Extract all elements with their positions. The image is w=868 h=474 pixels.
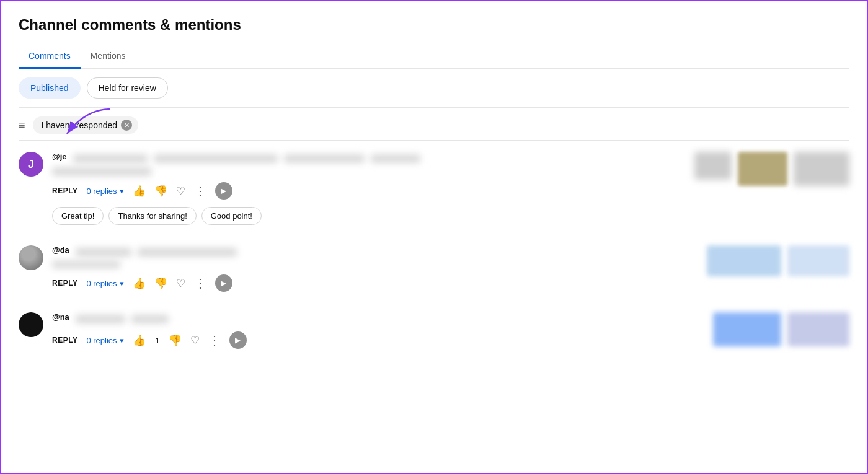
avatar [19, 245, 43, 270]
comment-actions: REPLY 0 replies ▾ 👍 1 👎 ♡ ⋮ ▶ [52, 331, 704, 349]
table-row: @na REPLY 0 replies ▾ 👍 1 👎 ♡ ⋮ [19, 301, 849, 358]
filter-sort-icon[interactable]: ≡ [19, 119, 25, 132]
comment-text-blurred [73, 154, 148, 163]
comment-username: @da [52, 245, 69, 255]
comment-text-blurred-2 [131, 315, 169, 323]
filter-held[interactable]: Held for review [87, 77, 168, 99]
comment-right-media [707, 245, 849, 276]
like-count: 1 [156, 336, 160, 345]
comment-body: @da REPLY 0 replies ▾ 👍 👎 ♡ ⋮ [52, 245, 698, 292]
chevron-down-icon: ▾ [120, 187, 124, 196]
avatar [19, 312, 43, 337]
reply-button[interactable]: REPLY [52, 279, 78, 287]
comment-body: @je REPLY 0 replies ▾ 👍 👎 [52, 152, 686, 225]
thumbs-up-icon[interactable]: 👍 [133, 277, 146, 290]
comment-text-blurred [76, 315, 125, 323]
tab-comments[interactable]: Comments [19, 45, 81, 69]
comment-actions: REPLY 0 replies ▾ 👍 👎 ♡ ⋮ ▶ [52, 182, 686, 200]
comment-actions: REPLY 0 replies ▾ 👍 👎 ♡ ⋮ ▶ [52, 274, 698, 292]
heart-icon[interactable]: ♡ [176, 277, 185, 290]
quick-reply-thanks[interactable]: Thanks for sharing! [108, 207, 196, 225]
thumbs-down-icon[interactable]: 👎 [169, 334, 182, 347]
go-to-video-button[interactable]: ▶ [215, 182, 232, 200]
filter-tag-label: I haven't responded [42, 120, 118, 130]
replies-button[interactable]: 0 replies ▾ [86, 336, 123, 345]
thumbs-down-icon[interactable]: 👎 [154, 185, 167, 198]
comment-blurred-media-3 [794, 152, 849, 186]
comment-username: @na [52, 312, 69, 322]
comment-text-blurred [76, 248, 131, 257]
comment-body: @na REPLY 0 replies ▾ 👍 1 👎 ♡ ⋮ [52, 312, 704, 349]
thumbs-down-icon[interactable]: 👎 [154, 277, 167, 290]
quick-reply-great-tip[interactable]: Great tip! [52, 207, 104, 225]
comment-blurred-media-2 [738, 152, 787, 186]
comment-right-media [713, 312, 849, 346]
play-icon: ▶ [235, 336, 241, 345]
comment-blurred-media-1 [713, 312, 781, 346]
comment-text-blurred-4 [371, 154, 420, 163]
play-icon: ▶ [221, 187, 226, 195]
reply-button[interactable]: REPLY [52, 336, 78, 345]
comment-blurred-media-2 [787, 245, 849, 276]
reply-button[interactable]: REPLY [52, 187, 78, 195]
chevron-down-icon: ▾ [120, 279, 124, 288]
comment-blurred-media-1 [707, 245, 781, 276]
play-icon: ▶ [221, 279, 226, 287]
heart-icon[interactable]: ♡ [176, 185, 185, 198]
avatar: J [19, 152, 43, 177]
comment-blurred-media-2 [787, 312, 849, 346]
go-to-video-button[interactable]: ▶ [229, 331, 247, 349]
quick-reply-good-point[interactable]: Good point! [202, 207, 262, 225]
more-options-icon[interactable]: ⋮ [194, 276, 206, 291]
comment-text-blurred-2 [154, 154, 278, 163]
comment-text-blurred-2 [138, 248, 237, 257]
filter-published[interactable]: Published [19, 77, 81, 99]
replies-button[interactable]: 0 replies ▾ [86, 279, 123, 288]
table-row: @da REPLY 0 replies ▾ 👍 👎 ♡ ⋮ [19, 234, 849, 301]
tabs-row: Comments Mentions [19, 45, 849, 69]
go-to-video-button[interactable]: ▶ [215, 274, 232, 292]
thumbs-up-icon[interactable]: 👍 [133, 185, 146, 198]
heart-icon[interactable]: ♡ [190, 334, 200, 347]
filter-tag-close[interactable]: ✕ [121, 120, 132, 131]
filter-row: Published Held for review [19, 69, 849, 108]
active-filter-tag: I haven't responded ✕ [33, 116, 139, 134]
tab-mentions[interactable]: Mentions [81, 45, 136, 69]
comment-username: @je [52, 152, 67, 161]
comments-list: J @je REPLY 0 replies ▾ [19, 141, 849, 358]
chevron-down-icon: ▾ [120, 336, 124, 345]
comment-blurred-media-1 [694, 152, 732, 180]
filter-tag-row: ≡ I haven't responded ✕ [19, 108, 849, 141]
comment-text-blurred-3 [284, 154, 365, 163]
page-title: Channel comments & mentions [19, 16, 849, 33]
thumbs-up-icon[interactable]: 👍 [133, 334, 146, 347]
comment-text-blurred-5 [52, 167, 151, 176]
quick-replies-row: Great tip! Thanks for sharing! Good poin… [52, 207, 686, 225]
more-options-icon[interactable]: ⋮ [194, 183, 206, 198]
replies-button[interactable]: 0 replies ▾ [86, 187, 123, 196]
table-row: J @je REPLY 0 replies ▾ [19, 141, 849, 234]
more-options-icon[interactable]: ⋮ [208, 333, 221, 348]
comment-right-media [694, 152, 849, 186]
comment-text-blurred-3 [52, 261, 120, 268]
